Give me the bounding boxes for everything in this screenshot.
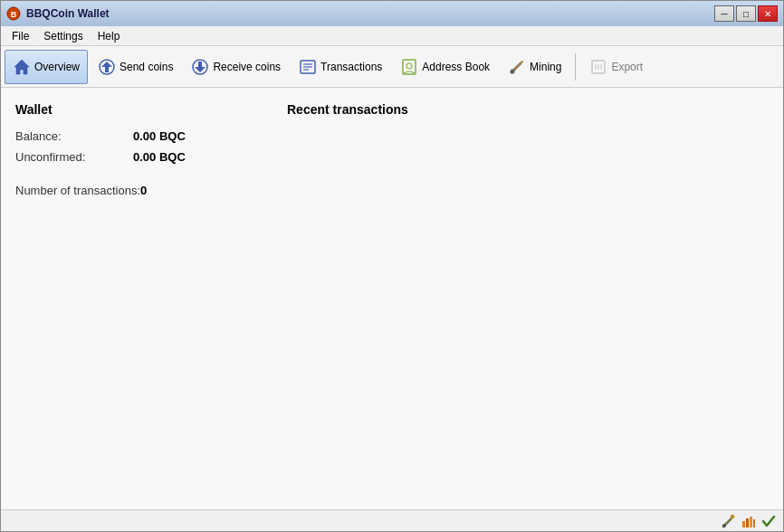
toolbar-send-coins-button[interactable]: Send coins [90,50,181,84]
svg-rect-24 [742,521,745,527]
unconfirmed-value: 0.00 BQC [133,150,186,164]
num-transactions-row: Number of transactions: 0 [15,184,269,197]
address-book-label: Address Book [422,61,490,73]
transactions-label: Transactions [320,61,382,73]
svg-marker-2 [14,60,29,74]
svg-rect-27 [753,519,755,527]
send-icon [98,58,116,76]
toolbar-receive-coins-button[interactable]: Receive coins [183,50,289,84]
menu-help[interactable]: Help [91,28,128,44]
svg-rect-26 [750,517,752,527]
main-window: B BBQCoin Wallet ─ □ ✕ File Settings Hel… [0,0,784,532]
recent-transactions-panel: Recent transactions [287,102,769,495]
export-label: Export [611,61,643,73]
balance-label: Balance: [15,129,133,143]
unconfirmed-label: Unconfirmed: [15,150,133,164]
svg-text:B: B [11,10,17,19]
svg-marker-6 [195,62,206,72]
window-title: BBQCoin Wallet [26,7,714,20]
home-icon [13,58,31,76]
receive-icon [191,58,209,76]
menu-settings[interactable]: Settings [36,28,90,44]
svg-point-15 [511,69,515,73]
main-content: Wallet Balance: 0.00 BQC Unconfirmed: 0.… [1,88,783,509]
titlebar: B BBQCoin Wallet ─ □ ✕ [1,1,783,26]
wallet-panel: Wallet Balance: 0.00 BQC Unconfirmed: 0.… [15,102,269,495]
app-icon: B [6,6,21,21]
statusbar [1,509,783,531]
toolbar: Overview Send coins Receive coins [1,46,783,88]
address-book-icon [400,58,418,76]
menu-file[interactable]: File [5,28,36,44]
toolbar-mining-button[interactable]: Mining [500,50,569,84]
titlebar-controls: ─ □ ✕ [714,5,778,22]
num-transactions-value: 0 [140,184,147,197]
transactions-icon [299,58,317,76]
svg-rect-25 [746,518,749,527]
svg-point-22 [722,524,726,527]
close-button[interactable]: ✕ [758,5,778,22]
chart-icon[interactable] [741,514,756,528]
toolbar-address-book-button[interactable]: Address Book [392,50,498,84]
wallet-title: Wallet [15,102,269,117]
svg-line-21 [725,518,732,525]
svg-marker-4 [101,62,112,72]
minimize-button[interactable]: ─ [714,5,734,22]
recent-transactions-title: Recent transactions [287,102,769,117]
unconfirmed-row: Unconfirmed: 0.00 BQC [15,150,269,164]
balance-value: 0.00 BQC [133,129,186,143]
wrench-icon[interactable] [722,514,736,528]
checkmark-icon[interactable] [761,514,776,528]
export-icon [589,58,607,76]
num-transactions-label: Number of transactions: [15,184,140,197]
menubar: File Settings Help [1,26,783,46]
toolbar-export-button[interactable]: Export [581,50,651,84]
mining-icon [508,58,526,76]
toolbar-overview-button[interactable]: Overview [5,50,88,84]
svg-line-14 [513,62,522,71]
send-coins-label: Send coins [120,61,173,73]
toolbar-transactions-button[interactable]: Transactions [291,50,390,84]
svg-point-23 [731,515,734,518]
balance-row: Balance: 0.00 BQC [15,129,269,143]
overview-label: Overview [34,61,80,73]
maximize-button[interactable]: □ [736,5,756,22]
toolbar-separator [575,53,576,81]
receive-coins-label: Receive coins [213,61,281,73]
mining-label: Mining [530,61,561,73]
svg-point-12 [406,63,412,69]
